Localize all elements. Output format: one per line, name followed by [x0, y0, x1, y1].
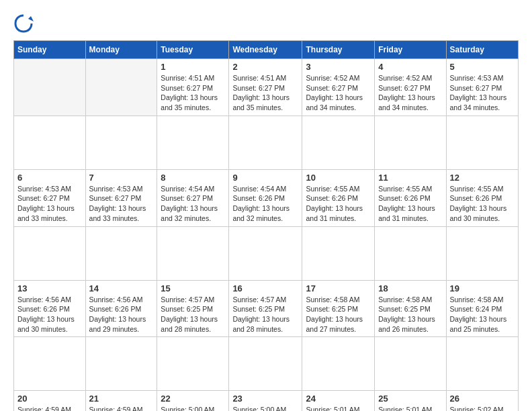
day-number: 22 [161, 394, 225, 404]
separator-cell [302, 337, 375, 391]
calendar-cell: 8Sunrise: 4:54 AMSunset: 6:27 PMDaylight… [157, 169, 229, 226]
calendar-cell: 2Sunrise: 4:51 AMSunset: 6:27 PMDaylight… [229, 59, 302, 116]
day-number: 21 [89, 394, 154, 404]
day-number: 8 [161, 173, 225, 183]
day-number: 13 [17, 283, 82, 293]
day-info: Sunrise: 4:55 AMSunset: 6:26 PMDaylight:… [378, 184, 442, 224]
day-number: 2 [232, 62, 298, 72]
day-number: 18 [378, 283, 442, 293]
day-info: Sunrise: 4:58 AMSunset: 6:24 PMDaylight:… [450, 295, 515, 334]
calendar-cell: 10Sunrise: 4:55 AMSunset: 6:26 PMDayligh… [302, 169, 375, 226]
day-header-friday: Friday [375, 41, 446, 59]
calendar-cell: 9Sunrise: 4:54 AMSunset: 6:26 PMDaylight… [229, 169, 302, 226]
logo [13, 13, 37, 34]
calendar-cell [14, 59, 86, 116]
day-number: 17 [306, 283, 371, 293]
separator-cell [229, 226, 302, 280]
day-number: 24 [306, 394, 371, 404]
calendar-cell: 25Sunrise: 5:01 AMSunset: 6:22 PMDayligh… [375, 391, 446, 411]
calendar-week-1: 1Sunrise: 4:51 AMSunset: 6:27 PMDaylight… [14, 59, 519, 116]
calendar-cell: 1Sunrise: 4:51 AMSunset: 6:27 PMDaylight… [157, 59, 229, 116]
calendar-cell: 13Sunrise: 4:56 AMSunset: 6:26 PMDayligh… [14, 280, 86, 337]
day-number: 23 [232, 394, 298, 404]
svg-marker-0 [28, 16, 34, 21]
day-header-tuesday: Tuesday [157, 41, 229, 59]
day-number: 20 [17, 394, 82, 404]
calendar-cell: 6Sunrise: 4:53 AMSunset: 6:27 PMDaylight… [14, 169, 86, 226]
day-number: 3 [306, 62, 371, 72]
separator-cell [446, 226, 519, 280]
day-info: Sunrise: 4:59 AMSunset: 6:24 PMDaylight:… [17, 405, 82, 411]
day-info: Sunrise: 5:01 AMSunset: 6:22 PMDaylight:… [306, 405, 371, 411]
calendar-week-2: 6Sunrise: 4:53 AMSunset: 6:27 PMDaylight… [14, 169, 519, 226]
day-info: Sunrise: 4:52 AMSunset: 6:27 PMDaylight:… [378, 73, 442, 113]
day-number: 10 [306, 173, 371, 183]
calendar-cell: 17Sunrise: 4:58 AMSunset: 6:25 PMDayligh… [302, 280, 375, 337]
week-separator [14, 116, 519, 169]
day-number: 1 [161, 62, 225, 72]
separator-cell [14, 337, 86, 391]
calendar-week-3: 13Sunrise: 4:56 AMSunset: 6:26 PMDayligh… [14, 280, 519, 337]
day-number: 11 [378, 173, 442, 183]
day-info: Sunrise: 4:54 AMSunset: 6:27 PMDaylight:… [161, 184, 225, 224]
day-number: 5 [450, 62, 515, 72]
day-header-sunday: Sunday [14, 41, 86, 59]
calendar-cell: 22Sunrise: 5:00 AMSunset: 6:23 PMDayligh… [157, 391, 229, 411]
separator-cell [229, 337, 302, 391]
day-number: 19 [450, 283, 515, 293]
day-number: 14 [89, 283, 154, 293]
day-number: 26 [450, 394, 515, 404]
week-separator [14, 337, 519, 391]
separator-cell [446, 337, 519, 391]
separator-cell [302, 116, 375, 169]
separator-cell [157, 337, 229, 391]
day-info: Sunrise: 5:00 AMSunset: 6:23 PMDaylight:… [232, 405, 298, 411]
day-info: Sunrise: 4:55 AMSunset: 6:26 PMDaylight:… [306, 184, 371, 224]
day-number: 7 [89, 173, 154, 183]
calendar-cell: 5Sunrise: 4:53 AMSunset: 6:27 PMDaylight… [446, 59, 519, 116]
separator-cell [375, 116, 446, 169]
calendar-cell: 24Sunrise: 5:01 AMSunset: 6:22 PMDayligh… [302, 391, 375, 411]
page-header [13, 13, 519, 34]
day-header-monday: Monday [85, 41, 157, 59]
calendar-cell: 23Sunrise: 5:00 AMSunset: 6:23 PMDayligh… [229, 391, 302, 411]
day-number: 4 [378, 62, 442, 72]
day-number: 6 [17, 173, 82, 183]
calendar-cell: 15Sunrise: 4:57 AMSunset: 6:25 PMDayligh… [157, 280, 229, 337]
day-info: Sunrise: 4:57 AMSunset: 6:25 PMDaylight:… [232, 295, 298, 334]
calendar-cell: 11Sunrise: 4:55 AMSunset: 6:26 PMDayligh… [375, 169, 446, 226]
separator-cell [446, 116, 519, 169]
day-info: Sunrise: 4:53 AMSunset: 6:27 PMDaylight:… [89, 184, 154, 224]
calendar-cell: 16Sunrise: 4:57 AMSunset: 6:25 PMDayligh… [229, 280, 302, 337]
calendar-cell: 4Sunrise: 4:52 AMSunset: 6:27 PMDaylight… [375, 59, 446, 116]
calendar-week-4: 20Sunrise: 4:59 AMSunset: 6:24 PMDayligh… [14, 391, 519, 411]
calendar-cell: 14Sunrise: 4:56 AMSunset: 6:26 PMDayligh… [85, 280, 157, 337]
calendar-cell: 19Sunrise: 4:58 AMSunset: 6:24 PMDayligh… [446, 280, 519, 337]
separator-cell [375, 226, 446, 280]
calendar-cell: 3Sunrise: 4:52 AMSunset: 6:27 PMDaylight… [302, 59, 375, 116]
day-info: Sunrise: 4:58 AMSunset: 6:25 PMDaylight:… [306, 295, 371, 334]
calendar-cell: 26Sunrise: 5:02 AMSunset: 6:22 PMDayligh… [446, 391, 519, 411]
day-number: 15 [161, 283, 225, 293]
separator-cell [14, 116, 86, 169]
separator-cell [85, 116, 157, 169]
day-info: Sunrise: 4:56 AMSunset: 6:26 PMDaylight:… [89, 295, 154, 334]
day-info: Sunrise: 4:52 AMSunset: 6:27 PMDaylight:… [306, 73, 371, 113]
calendar-cell: 21Sunrise: 4:59 AMSunset: 6:24 PMDayligh… [85, 391, 157, 411]
calendar-cell: 12Sunrise: 4:55 AMSunset: 6:26 PMDayligh… [446, 169, 519, 226]
day-info: Sunrise: 4:53 AMSunset: 6:27 PMDaylight:… [450, 73, 515, 113]
separator-cell [229, 116, 302, 169]
day-number: 25 [378, 394, 442, 404]
calendar-cell: 20Sunrise: 4:59 AMSunset: 6:24 PMDayligh… [14, 391, 86, 411]
day-info: Sunrise: 4:56 AMSunset: 6:26 PMDaylight:… [17, 295, 82, 334]
day-info: Sunrise: 4:55 AMSunset: 6:26 PMDaylight:… [450, 184, 515, 224]
calendar-header-row: SundayMondayTuesdayWednesdayThursdayFrid… [14, 41, 519, 59]
separator-cell [85, 226, 157, 280]
day-info: Sunrise: 5:01 AMSunset: 6:22 PMDaylight:… [378, 405, 442, 411]
separator-cell [157, 116, 229, 169]
separator-cell [375, 337, 446, 391]
calendar-cell [85, 59, 157, 116]
calendar-table: SundayMondayTuesdayWednesdayThursdayFrid… [13, 40, 519, 411]
logo-icon [13, 13, 34, 34]
separator-cell [85, 337, 157, 391]
